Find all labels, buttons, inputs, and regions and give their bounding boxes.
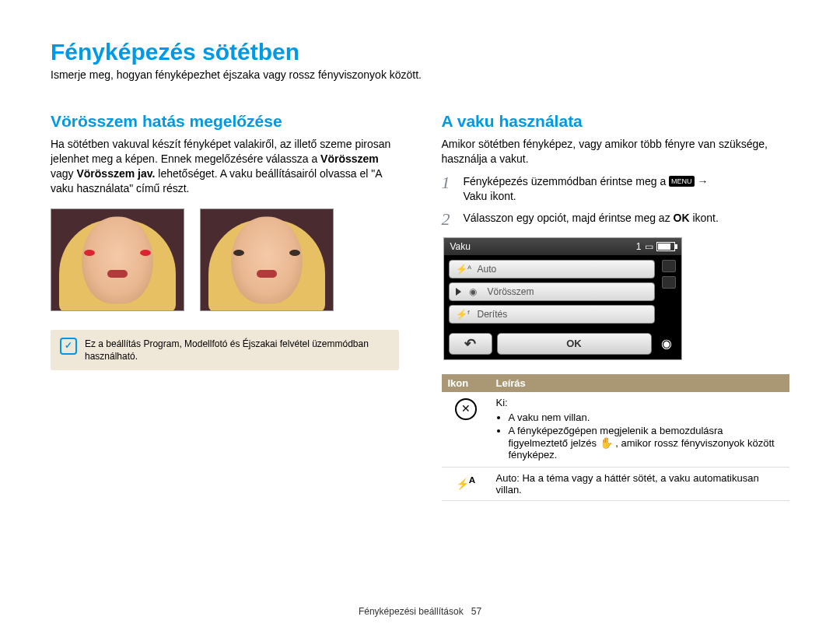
note-text: Ez a beállítás Program, Modellfotó és Éj… <box>85 338 390 363</box>
footer-chapter: Fényképezési beállítások <box>359 606 464 617</box>
lcd-back-button: ↶ <box>449 333 492 355</box>
flash-off-icon: ✕ <box>442 392 490 468</box>
desc-cell: Auto: Ha a téma vagy a háttér sötét, a v… <box>490 467 790 500</box>
col-desc: Leírás <box>490 374 790 392</box>
lcd-header: Vaku 1 ▭ <box>444 238 681 255</box>
flash-auto-icon: ⚡A <box>442 467 490 500</box>
photo-redeye-fixed <box>200 208 334 311</box>
text: vagy <box>51 167 76 180</box>
photo-redeye <box>51 208 184 311</box>
note-box: ✓ Ez a beállítás Program, Modellfotó és … <box>51 330 399 370</box>
lcd-title: Vaku <box>450 241 471 252</box>
example-photos <box>51 208 399 311</box>
camera-lcd-mock: Vaku 1 ▭ ⚡ᴬ Auto ◉ <box>443 237 682 360</box>
text: : Ha a téma vagy a háttér sötét, a vaku … <box>496 472 759 496</box>
table-row: ⚡A Auto: Ha a téma vagy a háttér sötét, … <box>442 467 790 500</box>
redeye-icon: ◉ <box>656 336 677 351</box>
lcd-footer: ↶ OK ◉ <box>444 328 681 359</box>
right-column: A vaku használata Amikor sötétben fényké… <box>442 112 790 501</box>
text: Válasszon egy opciót, majd érintse meg a… <box>464 212 674 224</box>
note-icon: ✓ <box>60 338 77 355</box>
menu-icon: MENU <box>669 176 695 187</box>
lcd-status: 1 ▭ <box>636 241 675 252</box>
step-number: 1 <box>442 174 457 205</box>
row-title: Ki <box>496 397 506 408</box>
lcd-side-icon <box>662 276 676 289</box>
text-bold: Vörösszem jav. <box>76 167 155 180</box>
text: : <box>505 397 508 408</box>
text: ikont. <box>692 212 718 224</box>
lcd-option-auto: ⚡ᴬ Auto <box>449 260 655 278</box>
text-bold: Vörösszem <box>320 152 379 165</box>
bullet: A fényképezőgépen megjelenik a bemozdulá… <box>509 425 784 461</box>
col-icon: Ikon <box>442 374 490 392</box>
step-text: Fényképezés üzemmódban érintse meg a MEN… <box>464 174 709 205</box>
text: ikont. <box>490 190 516 202</box>
left-column: Vörösszem hatás megelőzése Ha sötétben v… <box>51 112 399 501</box>
lcd-option-redeye: ◉ Vörösszem <box>449 282 655 301</box>
text-bold: Vaku <box>464 190 488 202</box>
flash-heading: A vaku használata <box>442 112 790 131</box>
step-number: 2 <box>442 211 457 228</box>
redeye-paragraph: Ha sötétben vakuval készít fényképet val… <box>51 137 399 196</box>
lcd-body: ⚡ᴬ Auto ◉ Vörösszem ⚡ᶠ Derítés <box>444 255 681 328</box>
memory-icon: ▭ <box>645 241 653 252</box>
page-subtitle: Ismerje meg, hogyan fényképezhet éjszaka… <box>51 68 789 81</box>
step-1: 1 Fényképezés üzemmódban érintse meg a M… <box>442 174 790 205</box>
step-text: Válasszon egy opciót, majd érintse meg a… <box>464 211 719 228</box>
lcd-count: 1 <box>636 241 642 252</box>
lcd-side-icon <box>662 260 676 272</box>
table-header-row: Ikon Leírás <box>442 374 790 392</box>
desc-cell: Ki: A vaku nem villan. A fényképezőgépen… <box>490 392 790 468</box>
arrow-icon: → <box>697 175 708 187</box>
manual-page: Fényképezés sötétben Ismerje meg, hogyan… <box>0 0 840 501</box>
two-column-layout: Vörösszem hatás megelőzése Ha sötétben v… <box>51 112 789 501</box>
lcd-option-fill: ⚡ᶠ Derítés <box>449 305 655 324</box>
footer-page-number: 57 <box>471 606 481 617</box>
flash-icon-table: Ikon Leírás ✕ Ki: A vaku nem villan. A f… <box>442 374 790 501</box>
row-title: Auto <box>496 472 517 484</box>
redeye-heading: Vörösszem hatás megelőzése <box>51 112 399 131</box>
lcd-ok-button: OK <box>497 333 652 355</box>
lcd-sidebar <box>660 255 681 328</box>
lcd-option-label: Vörösszem <box>488 286 534 297</box>
lcd-option-label: Derítés <box>478 309 508 320</box>
flash-auto-icon: ⚡ᴬ <box>456 264 470 275</box>
step-2: 2 Válasszon egy opciót, majd érintse meg… <box>442 211 790 228</box>
flash-fill-icon: ⚡ᶠ <box>456 309 470 320</box>
page-title: Fényképezés sötétben <box>51 39 789 65</box>
lcd-options: ⚡ᴬ Auto ◉ Vörösszem ⚡ᶠ Derítés <box>444 255 660 328</box>
ok-icon: OK <box>674 212 690 224</box>
battery-icon <box>656 242 675 251</box>
bullet: A vaku nem villan. <box>509 412 784 423</box>
shake-warning-icon: ✋ <box>600 436 613 449</box>
table-row: ✕ Ki: A vaku nem villan. A fényképezőgép… <box>442 392 790 468</box>
page-footer: Fényképezési beállítások 57 <box>0 606 840 617</box>
lcd-option-label: Auto <box>478 264 497 275</box>
flash-intro: Amikor sötétben fényképez, vagy amikor t… <box>442 137 790 166</box>
text: Fényképezés üzemmódban érintse meg a <box>464 175 670 187</box>
redeye-icon: ◉ <box>466 286 480 297</box>
bullets: A vaku nem villan. A fényképezőgépen meg… <box>496 412 784 461</box>
